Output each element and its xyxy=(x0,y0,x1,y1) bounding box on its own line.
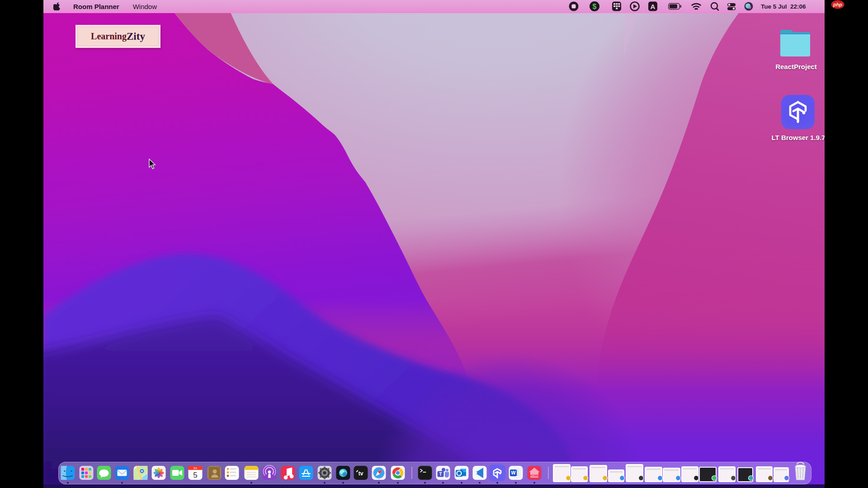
svg-text:php: php xyxy=(833,2,842,7)
svg-text:tv: tv xyxy=(359,470,363,477)
svg-text:HOME: HOME xyxy=(530,474,539,477)
svg-text:T: T xyxy=(439,472,442,477)
svg-text:5: 5 xyxy=(193,471,197,479)
svg-text:JUL: JUL xyxy=(193,467,198,469)
svg-text:W: W xyxy=(511,470,516,475)
